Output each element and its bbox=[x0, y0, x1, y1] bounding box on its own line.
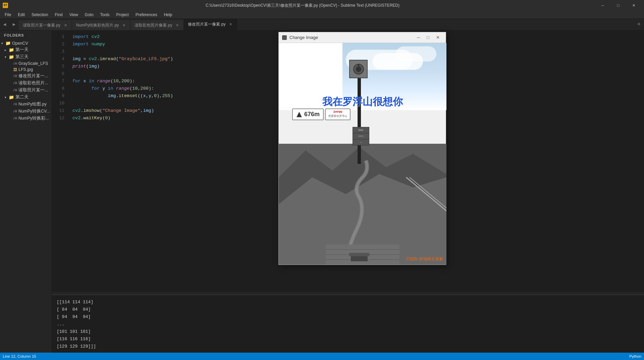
menu-file[interactable]: File bbox=[1, 12, 14, 18]
tree-arrow-day1: ▸ bbox=[5, 48, 9, 52]
maximize-button[interactable]: □ bbox=[610, 0, 626, 11]
file-marker-npcolor: /※ bbox=[13, 116, 17, 121]
title-bar: ST C:\Users\27316\Desktop\OpenCV\第三天\修改照… bbox=[0, 0, 644, 11]
file-marker-modify: /※ bbox=[13, 74, 17, 78]
menu-help[interactable]: Help bbox=[161, 12, 176, 18]
sidebar-item-lfs[interactable]: 🖼 LFS.jpg bbox=[0, 66, 52, 73]
cv-window-controls: ─ □ ✕ bbox=[414, 35, 442, 40]
sidebar-item-readcolor[interactable]: /※ 读取彩色照片... bbox=[0, 80, 52, 87]
folder-icon-opencv: 📁 bbox=[5, 41, 11, 46]
menu-goto[interactable]: Goto bbox=[82, 12, 97, 18]
cv-minimize-button[interactable]: ─ bbox=[414, 35, 423, 40]
sidebar-item-day2[interactable]: ▾ 📁 第二天 bbox=[0, 94, 52, 101]
tab-3-close[interactable]: ✕ bbox=[175, 23, 179, 28]
menu-tools[interactable]: Tools bbox=[97, 12, 113, 18]
tree-label-opencv: OpenCV bbox=[12, 41, 28, 46]
tab-1-close[interactable]: ✕ bbox=[63, 23, 68, 28]
jpg-icon: 🖼 bbox=[13, 68, 17, 72]
tab-nav-back[interactable]: ◀ bbox=[0, 18, 9, 30]
cv-window-titlebar[interactable]: Change Image ─ □ ✕ bbox=[279, 32, 446, 43]
sidebar: FOLDERS ▾ 📁 OpenCV ▸ 📁 第一天 ▾ 📁 第三天 /※ Gr… bbox=[0, 31, 52, 360]
file-marker-npdraw: /※ bbox=[13, 102, 17, 106]
menu-view[interactable]: View bbox=[66, 12, 82, 18]
status-bar: Line 12, Column 15 Python bbox=[0, 353, 644, 360]
tree-label-grayscale: GrayScale_LFS bbox=[18, 61, 48, 66]
tab-4[interactable]: 修改照片某一像素.py ✕ bbox=[184, 18, 237, 30]
tree-arrow-day3: ▾ bbox=[5, 55, 9, 59]
tab-nav-forward[interactable]: ▶ bbox=[9, 18, 19, 30]
terminal-line-5: [101 101 101] bbox=[57, 328, 639, 335]
mountain-svg bbox=[279, 144, 446, 265]
svg-marker-12 bbox=[297, 112, 302, 117]
menu-find[interactable]: Find bbox=[51, 12, 66, 18]
sidebar-item-readpx[interactable]: /※ 读取照片某一... bbox=[0, 87, 52, 94]
terminal-line-3: [ 94 94 94] bbox=[57, 313, 639, 321]
sign-icon-box bbox=[349, 60, 368, 78]
terminal-line-4: ... bbox=[57, 321, 639, 328]
tab-2-close[interactable]: ✕ bbox=[121, 23, 126, 28]
cv-close-button[interactable]: ✕ bbox=[433, 35, 442, 40]
tab-2[interactable]: NumPy转换彩色照片.py ✕ bbox=[72, 20, 130, 30]
tab-3[interactable]: 读取彩色照片像素.py ✕ bbox=[130, 20, 184, 30]
file-marker-readcolor: /※ bbox=[13, 81, 17, 85]
cv-image-window[interactable]: Change Image ─ □ ✕ bbox=[278, 32, 446, 265]
menu-selection[interactable]: Selection bbox=[28, 12, 51, 18]
editor-scrollbar[interactable] bbox=[52, 292, 644, 295]
menu-preferences[interactable]: Preferences bbox=[132, 12, 161, 18]
tab-bar: ◀ ▶ 读取照片某一像素.py ✕ NumPy转换彩色照片.py ✕ 读取彩色照… bbox=[0, 19, 644, 31]
new-tab-button[interactable]: + bbox=[634, 18, 644, 30]
window-title: C:\Users\27316\Desktop\OpenCV\第三天\修改照片某一… bbox=[10, 3, 595, 8]
love-sign: I❤YOU 把爱留在罗浮山 bbox=[325, 108, 351, 120]
sidebar-item-numpy-cv[interactable]: /※ NumPy转换CV... bbox=[0, 108, 52, 115]
folder-icon-day3: 📁 bbox=[9, 54, 14, 59]
file-marker-readpx: /※ bbox=[13, 88, 17, 92]
cv-window-icon bbox=[282, 35, 287, 40]
cv-maximize-button[interactable]: □ bbox=[424, 35, 432, 40]
terminal-line-7: [129 129 129]]] bbox=[57, 343, 639, 350]
tree-label-readpx: 读取照片某一... bbox=[18, 87, 48, 93]
tree-label-day3: 第三天 bbox=[15, 54, 29, 60]
file-marker-grayscale: /※ bbox=[13, 61, 17, 66]
tree-label-npdraw: NumPy绘图.py bbox=[18, 101, 47, 107]
tree-arrow-day2: ▾ bbox=[5, 96, 9, 99]
close-button[interactable]: ✕ bbox=[626, 0, 641, 11]
altitude-sign: 676m I❤YOU 把爱留在罗浮山 bbox=[292, 108, 351, 120]
folder-icon-day2: 📁 bbox=[9, 95, 14, 100]
sidebar-item-modify[interactable]: /※ 修改照片某一... bbox=[0, 73, 52, 80]
line-numbers: 1 2 3 4 5 6 7 8 9 10 11 12 bbox=[52, 31, 67, 292]
tree-label-lfs: LFS.jpg bbox=[18, 67, 33, 72]
folders-header: FOLDERS bbox=[0, 31, 52, 40]
tab-4-label: 修改照片某一像素.py bbox=[188, 21, 225, 27]
svg-point-10 bbox=[356, 66, 361, 72]
tree-label-npcv: NumPy转换CV... bbox=[18, 108, 50, 114]
minimize-button[interactable]: ─ bbox=[595, 0, 610, 11]
tree-label-day1: 第一天 bbox=[15, 47, 29, 53]
sign-pole bbox=[358, 63, 361, 164]
sidebar-item-numpy-color[interactable]: /※ NumPy转换彩... bbox=[0, 115, 52, 122]
sidebar-item-opencv[interactable]: ▾ 📁 OpenCV bbox=[0, 40, 52, 46]
sidebar-item-day3[interactable]: ▾ 📁 第三天 bbox=[0, 53, 52, 60]
overlay-chinese-text: 我在罗浮山很想你 bbox=[322, 95, 403, 109]
sidebar-item-grayscale[interactable]: /※ GrayScale_LFS bbox=[0, 60, 52, 66]
terminal-line-6: [116 116 116] bbox=[57, 335, 639, 343]
sign-base-plate bbox=[349, 253, 369, 256]
menu-edit[interactable]: Edit bbox=[14, 12, 28, 18]
cv-image-display: 676m I❤YOU 把爱留在罗浮山 我在罗浮山很想你 ≡≡≡ □□□ — CS… bbox=[279, 43, 446, 265]
tab-1-label: 读取照片某一像素.py bbox=[23, 22, 60, 28]
terminal-line-2: [ 84 84 84] bbox=[57, 306, 639, 313]
sidebar-item-numpy-draw[interactable]: /※ NumPy绘图.py bbox=[0, 101, 52, 108]
tab-1[interactable]: 读取照片某一像素.py ✕ bbox=[19, 20, 72, 30]
terminal-panel: [[114 114 114] [ 84 84 84] [ 94 94 94] .… bbox=[52, 295, 644, 360]
tree-label-modify: 修改照片某一... bbox=[18, 73, 48, 79]
menu-project[interactable]: Project bbox=[113, 12, 132, 18]
sidebar-item-day1[interactable]: ▸ 📁 第一天 bbox=[0, 46, 52, 53]
file-marker-npcv: /※ bbox=[13, 109, 17, 114]
window-controls: ─ □ ✕ bbox=[595, 0, 641, 11]
status-language: Python bbox=[629, 354, 641, 358]
tab-3-label: 读取彩色照片像素.py bbox=[135, 22, 172, 28]
tab-2-label: NumPy转换彩色照片.py bbox=[76, 22, 119, 28]
tree-label-npcolor: NumPy转换彩... bbox=[18, 116, 49, 121]
tree-arrow-opencv: ▾ bbox=[1, 42, 5, 45]
tab-4-close[interactable]: ✕ bbox=[228, 22, 233, 27]
svg-rect-11 bbox=[358, 64, 359, 67]
